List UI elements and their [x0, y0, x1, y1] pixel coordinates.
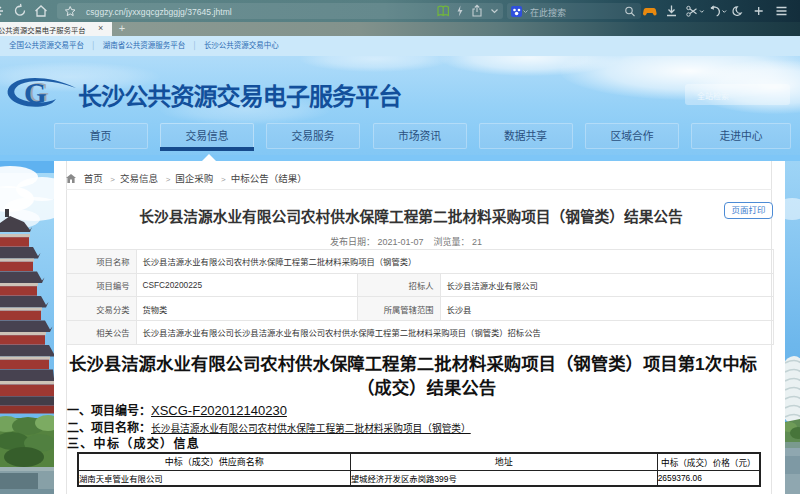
- svg-text:G: G: [24, 77, 47, 109]
